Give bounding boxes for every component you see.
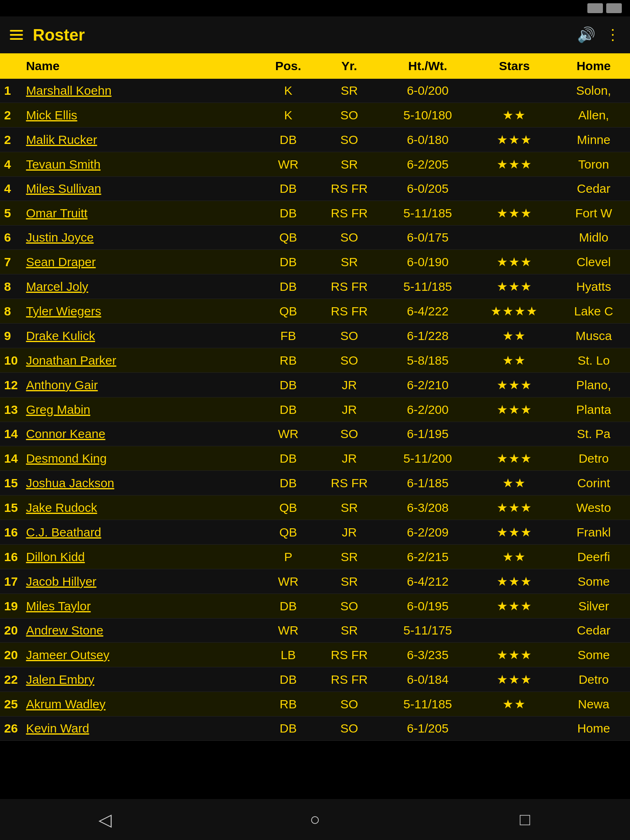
cell-yr: SR — [315, 79, 384, 103]
cell-name[interactable]: Miles Taylor — [22, 594, 262, 619]
table-row: 25Akrum WadleyRBSO5-11/185★★Newa — [0, 692, 630, 717]
cell-num: 6 — [0, 226, 22, 250]
cell-stars: ★★★ — [471, 250, 557, 274]
cell-pos: DB — [262, 446, 315, 471]
cell-name[interactable]: Mick Ellis — [22, 103, 262, 128]
cell-ht-wt: 6-2/210 — [384, 373, 471, 397]
cell-ht-wt: 5-11/200 — [384, 446, 471, 471]
cell-ht-wt: 6-2/215 — [384, 545, 471, 569]
cell-ht-wt: 6-1/205 — [384, 717, 471, 741]
cell-name[interactable]: Jacob Hillyer — [22, 569, 262, 594]
cell-name[interactable]: Omar Truitt — [22, 201, 262, 226]
cell-num: 14 — [0, 422, 22, 446]
cell-home: Hyatts — [557, 274, 630, 299]
cell-name[interactable]: Joshua Jackson — [22, 471, 262, 495]
cell-stars: ★★★ — [471, 643, 557, 667]
cell-name[interactable]: Greg Mabin — [22, 397, 262, 422]
cell-pos: DB — [262, 717, 315, 741]
cell-yr: RS FR — [315, 201, 384, 226]
cell-name[interactable]: Marshall Koehn — [22, 79, 262, 103]
cell-ht-wt: 6-0/195 — [384, 594, 471, 619]
cell-num: 20 — [0, 619, 22, 643]
cell-name[interactable]: Jameer Outsey — [22, 643, 262, 667]
cell-name[interactable]: Malik Rucker — [22, 128, 262, 152]
more-icon[interactable]: ⋮ — [605, 26, 620, 43]
cell-stars — [471, 79, 557, 103]
table-row: 8Tyler WiegersQBRS FR6-4/222★★★★Lake C — [0, 299, 630, 324]
cell-home: St. Pa — [557, 422, 630, 446]
cell-num: 20 — [0, 643, 22, 667]
cell-home: Clevel — [557, 250, 630, 274]
header-ht-wt: Ht./Wt. — [384, 53, 471, 79]
cell-stars: ★★ — [471, 471, 557, 495]
cell-name[interactable]: Justin Joyce — [22, 226, 262, 250]
cell-name[interactable]: Akrum Wadley — [22, 692, 262, 717]
menu-icon[interactable] — [10, 30, 23, 40]
table-header: Name Pos. Yr. Ht./Wt. Stars Home — [0, 53, 630, 79]
cell-name[interactable]: Desmond King — [22, 446, 262, 471]
cell-home: Some — [557, 643, 630, 667]
cell-num: 25 — [0, 692, 22, 717]
back-button[interactable] — [89, 803, 121, 836]
cell-ht-wt: 6-0/190 — [384, 250, 471, 274]
cell-name[interactable]: Jake Rudock — [22, 495, 262, 520]
cell-name[interactable]: Jalen Embry — [22, 667, 262, 692]
cell-yr: SR — [315, 619, 384, 643]
cell-num: 4 — [0, 152, 22, 177]
cell-name[interactable]: Jonathan Parker — [22, 348, 262, 373]
cell-ht-wt: 6-0/175 — [384, 226, 471, 250]
header-yr: Yr. — [315, 53, 384, 79]
table-row: 4Miles SullivanDBRS FR6-0/205Cedar — [0, 177, 630, 201]
recents-button[interactable] — [509, 803, 541, 836]
cell-name[interactable]: Drake Kulick — [22, 324, 262, 348]
cell-ht-wt: 6-1/195 — [384, 422, 471, 446]
cell-stars: ★★★ — [471, 446, 557, 471]
cell-name[interactable]: Marcel Joly — [22, 274, 262, 299]
cell-ht-wt: 6-2/205 — [384, 152, 471, 177]
table-row: 10Jonathan ParkerRBSO5-8/185★★St. Lo — [0, 348, 630, 373]
cell-num: 26 — [0, 717, 22, 741]
table-row: 20Jameer OutseyLBRS FR6-3/235★★★Some — [0, 643, 630, 667]
cell-yr: RS FR — [315, 274, 384, 299]
cell-yr: JR — [315, 446, 384, 471]
cell-num: 15 — [0, 471, 22, 495]
cell-yr: RS FR — [315, 667, 384, 692]
navigation-bar — [0, 799, 630, 840]
cell-stars — [471, 717, 557, 741]
table-body: 1Marshall KoehnKSR6-0/200Solon,2Mick Ell… — [0, 79, 630, 741]
cell-pos: K — [262, 79, 315, 103]
cell-name[interactable]: Sean Draper — [22, 250, 262, 274]
cell-stars: ★★★ — [471, 397, 557, 422]
cell-name[interactable]: Kevin Ward — [22, 717, 262, 741]
cell-name[interactable]: Andrew Stone — [22, 619, 262, 643]
cell-name[interactable]: Anthony Gair — [22, 373, 262, 397]
cell-yr: JR — [315, 373, 384, 397]
cell-yr: SO — [315, 226, 384, 250]
cell-name[interactable]: C.J. Beathard — [22, 520, 262, 545]
cell-yr: JR — [315, 397, 384, 422]
sound-icon[interactable]: 🔊 — [577, 26, 596, 43]
cell-yr: SO — [315, 324, 384, 348]
cell-pos: QB — [262, 226, 315, 250]
status-icons — [587, 3, 622, 13]
cell-pos: DB — [262, 250, 315, 274]
table-row: 17Jacob HillyerWRSR6-4/212★★★Some — [0, 569, 630, 594]
cell-name[interactable]: Miles Sullivan — [22, 177, 262, 201]
cell-name[interactable]: Dillon Kidd — [22, 545, 262, 569]
cell-name[interactable]: Connor Keane — [22, 422, 262, 446]
cell-pos: RB — [262, 692, 315, 717]
home-button[interactable] — [299, 803, 331, 836]
cell-num: 16 — [0, 545, 22, 569]
cell-yr: RS FR — [315, 177, 384, 201]
cell-yr: SR — [315, 152, 384, 177]
cell-num: 13 — [0, 397, 22, 422]
cell-name[interactable]: Tevaun Smith — [22, 152, 262, 177]
cell-name[interactable]: Tyler Wiegers — [22, 299, 262, 324]
cell-pos: DB — [262, 177, 315, 201]
roster-table: Name Pos. Yr. Ht./Wt. Stars Home 1Marsha… — [0, 53, 630, 741]
table-row: 8Marcel JolyDBRS FR5-11/185★★★Hyatts — [0, 274, 630, 299]
cell-yr: SR — [315, 545, 384, 569]
cell-ht-wt: 5-11/185 — [384, 692, 471, 717]
cell-home: Lake C — [557, 299, 630, 324]
cell-stars: ★★★ — [471, 128, 557, 152]
